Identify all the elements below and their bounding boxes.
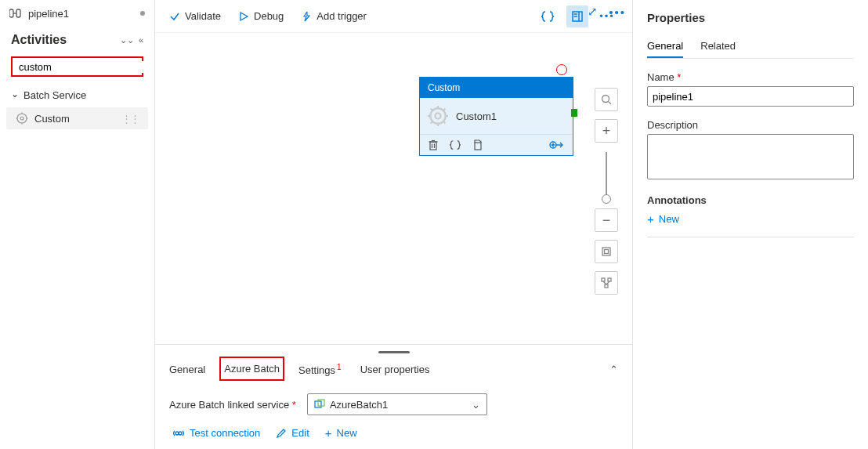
properties-title: Properties — [647, 11, 854, 24]
connect-icon — [172, 428, 185, 439]
activity-custom[interactable]: Custom ⋮⋮ — [6, 107, 148, 129]
code-view-button[interactable] — [537, 5, 559, 27]
svg-rect-41 — [608, 278, 611, 281]
debug-button[interactable]: Debug — [238, 10, 284, 22]
description-label: Description — [647, 119, 854, 131]
svg-rect-39 — [605, 250, 609, 254]
activities-search[interactable] — [11, 56, 143, 77]
check-icon — [169, 11, 180, 22]
pencil-icon — [276, 428, 287, 439]
zoom-out-button[interactable]: − — [595, 208, 618, 232]
pipeline-tab[interactable]: pipeline1 — [0, 0, 154, 27]
svg-point-5 — [17, 114, 27, 123]
panel-icon — [571, 10, 584, 23]
activities-heading: Activities — [11, 33, 115, 47]
linked-service-label: Azure Batch linked service * — [169, 399, 296, 411]
svg-point-48 — [179, 432, 182, 435]
svg-point-36 — [602, 96, 609, 103]
gear-icon — [16, 112, 28, 125]
settings-badge: 1 — [337, 363, 342, 371]
search-input[interactable] — [19, 61, 150, 73]
canvas-search-button[interactable] — [595, 88, 618, 111]
layout-icon — [601, 277, 612, 288]
slider-thumb-icon[interactable] — [602, 194, 611, 204]
fit-icon — [601, 246, 612, 257]
expand-window-icon[interactable]: ⤢ — [588, 5, 598, 19]
validate-button[interactable]: Validate — [169, 10, 221, 22]
tab-settings[interactable]: Settings1 — [298, 358, 342, 381]
lightning-icon — [301, 11, 312, 22]
play-icon — [238, 11, 249, 22]
node-name: Custom1 — [456, 110, 497, 122]
svg-rect-26 — [430, 142, 436, 150]
fit-screen-button[interactable] — [595, 240, 618, 263]
braces-icon — [541, 10, 554, 23]
svg-line-24 — [431, 121, 433, 124]
plus-icon: + — [325, 426, 332, 440]
highlight-box — [219, 357, 284, 381]
zoom-slider[interactable] — [606, 152, 607, 199]
svg-rect-40 — [602, 278, 605, 281]
tab-general[interactable]: General — [169, 359, 205, 380]
connector-add-icon[interactable] — [549, 139, 565, 150]
activity-node-custom1[interactable]: Custom Custom1 — [419, 77, 573, 156]
svg-line-22 — [431, 109, 433, 111]
chevron-down-icon: ⌄ — [472, 399, 480, 411]
prop-tab-related[interactable]: Related — [700, 35, 736, 58]
name-label: Name * — [647, 71, 854, 83]
node-type-label: Custom — [420, 78, 573, 98]
gear-icon — [428, 106, 448, 126]
svg-marker-11 — [241, 13, 248, 20]
zoom-in-button[interactable]: + — [595, 119, 618, 143]
separator — [647, 237, 854, 237]
prop-tab-general[interactable]: General — [647, 35, 683, 58]
category-batch-service[interactable]: Batch Service — [0, 85, 154, 106]
tab-title: pipeline1 — [28, 8, 69, 20]
collapse-bottom-icon[interactable]: ⌃ — [609, 364, 618, 375]
braces-icon[interactable] — [450, 139, 461, 150]
svg-point-17 — [435, 113, 440, 118]
copy-icon[interactable] — [472, 139, 483, 150]
batch-icon — [314, 399, 325, 410]
svg-line-23 — [443, 121, 446, 124]
svg-line-37 — [609, 102, 612, 105]
tab-azure-batch[interactable]: Azure Batch — [224, 358, 280, 381]
tab-user-properties[interactable]: User properties — [360, 359, 430, 380]
svg-point-6 — [20, 117, 24, 120]
new-linked-button[interactable]: + New — [325, 426, 357, 440]
add-trigger-button[interactable]: Add trigger — [301, 10, 367, 22]
pipeline-canvas[interactable]: Custom Custom1 + − — [155, 33, 632, 344]
search-icon — [601, 94, 612, 105]
expand-all-icon[interactable]: ⌄⌄ — [120, 35, 134, 45]
svg-rect-0 — [9, 9, 13, 17]
name-input[interactable] — [647, 86, 854, 107]
plus-icon: + — [647, 212, 654, 226]
validation-marker-icon — [556, 64, 567, 75]
unsaved-dot-icon — [140, 11, 145, 16]
more-icon[interactable]: ••• — [609, 5, 626, 19]
layout-button[interactable] — [595, 271, 618, 295]
resize-handle[interactable] — [378, 351, 410, 353]
linked-service-select[interactable]: AzureBatch1 ⌄ — [307, 393, 487, 415]
collapse-panel-icon[interactable]: « — [139, 35, 143, 45]
svg-line-25 — [443, 109, 446, 111]
svg-rect-31 — [475, 143, 481, 150]
properties-toggle-button[interactable] — [566, 5, 588, 27]
test-connection-button[interactable]: Test connection — [172, 426, 260, 440]
annotations-label: Annotations — [647, 194, 854, 206]
delete-icon[interactable] — [428, 139, 439, 150]
pipeline-icon — [9, 8, 22, 19]
grip-icon: ⋮⋮ — [121, 113, 139, 125]
linked-service-value: AzureBatch1 — [330, 399, 388, 411]
svg-rect-1 — [16, 9, 20, 17]
edit-button[interactable]: Edit — [276, 426, 309, 440]
output-port-icon[interactable] — [571, 109, 577, 117]
svg-rect-42 — [605, 284, 608, 288]
activity-label: Custom — [34, 113, 70, 125]
svg-rect-38 — [602, 248, 610, 255]
description-input[interactable] — [647, 134, 854, 179]
new-annotation-button[interactable]: + New — [647, 212, 854, 226]
